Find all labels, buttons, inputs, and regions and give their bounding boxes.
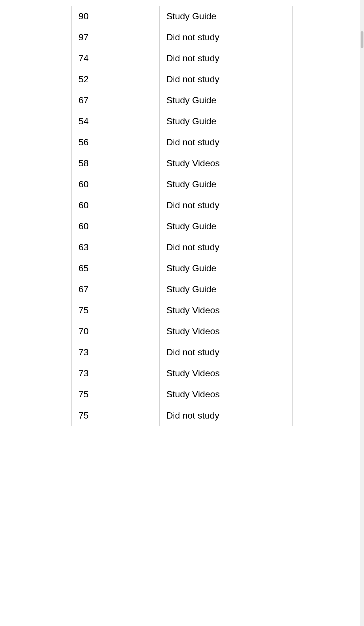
score-cell: 75 xyxy=(72,300,160,321)
table-row: 67Study Guide xyxy=(72,90,292,111)
table-row: 67Study Guide xyxy=(72,279,292,300)
score-cell: 67 xyxy=(72,90,160,111)
score-cell: 74 xyxy=(72,48,160,69)
method-cell: Did not study xyxy=(160,405,292,426)
method-cell: Did not study xyxy=(160,342,292,363)
score-cell: 60 xyxy=(72,216,160,237)
method-cell: Study Videos xyxy=(160,321,292,342)
score-cell: 54 xyxy=(72,111,160,132)
method-cell: Study Videos xyxy=(160,153,292,174)
method-cell: Did not study xyxy=(160,48,292,69)
table-row: 65Study Guide xyxy=(72,258,292,279)
score-cell: 63 xyxy=(72,237,160,258)
table-row: 58Study Videos xyxy=(72,153,292,174)
method-cell: Did not study xyxy=(160,27,292,48)
score-cell: 58 xyxy=(72,153,160,174)
score-cell: 97 xyxy=(72,27,160,48)
data-table: 90Study Guide97Did not study74Did not st… xyxy=(71,6,293,426)
table-row: 75Did not study xyxy=(72,405,292,426)
table-row: 75Study Videos xyxy=(72,384,292,405)
score-cell: 73 xyxy=(72,363,160,384)
table-row: 90Study Guide xyxy=(72,6,292,27)
score-cell: 67 xyxy=(72,279,160,300)
method-cell: Study Guide xyxy=(160,279,292,300)
method-cell: Study Guide xyxy=(160,90,292,111)
method-cell: Study Guide xyxy=(160,216,292,237)
method-cell: Did not study xyxy=(160,237,292,258)
score-cell: 65 xyxy=(72,258,160,279)
score-cell: 70 xyxy=(72,321,160,342)
score-cell: 56 xyxy=(72,132,160,153)
method-cell: Did not study xyxy=(160,132,292,153)
method-cell: Study Guide xyxy=(160,6,292,27)
table-row: 60Study Guide xyxy=(72,216,292,237)
method-cell: Did not study xyxy=(160,195,292,216)
method-cell: Study Guide xyxy=(160,174,292,195)
table-row: 75Study Videos xyxy=(72,300,292,321)
table-row: 73Study Videos xyxy=(72,363,292,384)
table-row: 74Did not study xyxy=(72,48,292,69)
method-cell: Did not study xyxy=(160,69,292,90)
table-row: 52Did not study xyxy=(72,69,292,90)
scrollbar-thumb[interactable] xyxy=(361,31,363,48)
scrollbar[interactable] xyxy=(360,0,364,626)
method-cell: Study Videos xyxy=(160,363,292,384)
method-cell: Study Guide xyxy=(160,111,292,132)
method-cell: Study Videos xyxy=(160,384,292,405)
table-row: 56Did not study xyxy=(72,132,292,153)
score-cell: 60 xyxy=(72,195,160,216)
table-row: 60Study Guide xyxy=(72,174,292,195)
table-row: 60Did not study xyxy=(72,195,292,216)
score-cell: 75 xyxy=(72,384,160,405)
score-cell: 73 xyxy=(72,342,160,363)
page-container: 90Study Guide97Did not study74Did not st… xyxy=(0,0,364,426)
method-cell: Study Videos xyxy=(160,300,292,321)
table-row: 73Did not study xyxy=(72,342,292,363)
score-cell: 75 xyxy=(72,405,160,426)
score-cell: 60 xyxy=(72,174,160,195)
table-row: 70Study Videos xyxy=(72,321,292,342)
score-cell: 52 xyxy=(72,69,160,90)
method-cell: Study Guide xyxy=(160,258,292,279)
table-row: 97Did not study xyxy=(72,27,292,48)
score-cell: 90 xyxy=(72,6,160,27)
table-row: 54Study Guide xyxy=(72,111,292,132)
table-row: 63Did not study xyxy=(72,237,292,258)
